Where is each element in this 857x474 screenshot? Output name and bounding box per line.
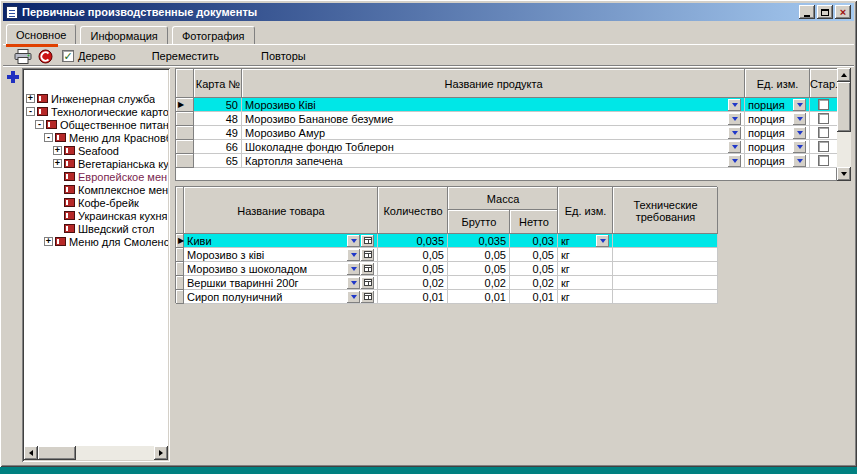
dropdown-button[interactable]: [347, 263, 360, 275]
tree-toggle[interactable]: ✓ Дерево: [62, 50, 116, 62]
product-cell[interactable]: Шоколадне фондю Тоблерон: [242, 140, 745, 154]
net-cell[interactable]: 0,05: [510, 248, 558, 262]
dropdown-button[interactable]: [793, 99, 806, 111]
repeats-button[interactable]: Повторы: [255, 48, 312, 64]
collapse-icon[interactable]: -: [44, 133, 53, 142]
tech-requirements-cell[interactable]: [613, 248, 718, 262]
add-button[interactable]: [6, 70, 20, 84]
tree-horizontal-scrollbar[interactable]: [24, 446, 168, 460]
lookup-button[interactable]: [361, 249, 374, 261]
dropdown-button[interactable]: [793, 141, 806, 153]
tree-item[interactable]: +Инженерная служба: [24, 92, 168, 105]
collapse-icon[interactable]: -: [26, 107, 35, 116]
tree-item[interactable]: Кофе-брейк: [24, 196, 168, 209]
expand-icon[interactable]: +: [53, 146, 62, 155]
unit-cell[interactable]: порция: [745, 154, 810, 168]
card-number-cell[interactable]: 48: [194, 112, 242, 126]
dropdown-button[interactable]: [793, 127, 806, 139]
print-button[interactable]: [12, 48, 34, 65]
old-cell[interactable]: [810, 112, 838, 126]
tree-item[interactable]: Комплексное мен: [24, 183, 168, 196]
tree-item[interactable]: +Меню для Смоленск: [24, 235, 168, 248]
lookup-button[interactable]: [361, 263, 374, 275]
net-cell[interactable]: 0,01: [510, 290, 558, 304]
scroll-track[interactable]: [76, 446, 154, 460]
move-button[interactable]: Переместить: [146, 48, 225, 64]
minimize-button[interactable]: [799, 5, 815, 19]
lookup-button[interactable]: [361, 235, 374, 247]
old-checkbox[interactable]: [818, 99, 829, 110]
table-row[interactable]: 49Морозиво Амурпорция: [176, 126, 836, 140]
collapse-icon[interactable]: -: [35, 120, 44, 129]
quantity-cell[interactable]: 0,05: [378, 262, 448, 276]
old-checkbox[interactable]: [818, 155, 829, 166]
item-name-cell[interactable]: Сироп полуничний: [184, 290, 378, 304]
table-row[interactable]: ▶Киви0,0350,0350,03кг: [176, 234, 716, 248]
item-name-cell[interactable]: Вершки тваринні 200г: [184, 276, 378, 290]
card-number-cell[interactable]: 50: [194, 98, 242, 112]
tree-item[interactable]: -Общественное питание: [24, 118, 168, 131]
expand-icon[interactable]: +: [26, 94, 35, 103]
gross-cell[interactable]: 0,05: [448, 248, 510, 262]
old-cell[interactable]: [810, 126, 838, 140]
tree-item[interactable]: +Seafood: [24, 144, 168, 157]
quantity-cell[interactable]: 0,035: [378, 234, 448, 248]
lookup-button[interactable]: [361, 277, 374, 289]
product-cell[interactable]: Морозиво Ківі: [242, 98, 745, 112]
card-number-cell[interactable]: 49: [194, 126, 242, 140]
lookup-button[interactable]: [361, 291, 374, 303]
table-row[interactable]: Морозиво з ківі0,050,050,05кг: [176, 248, 716, 262]
tech-requirements-cell[interactable]: [613, 234, 718, 248]
unit-cell[interactable]: порция: [745, 140, 810, 154]
unit-cell[interactable]: кг: [558, 248, 613, 262]
maximize-button[interactable]: [817, 5, 833, 19]
expand-icon[interactable]: +: [44, 237, 53, 246]
tree-item[interactable]: Европейское мен: [24, 170, 168, 183]
old-cell[interactable]: [810, 98, 838, 112]
item-name-cell[interactable]: Морозиво з шоколадом: [184, 262, 378, 276]
product-cell[interactable]: Морозиво Бананове безумие: [242, 112, 745, 126]
dropdown-button[interactable]: [728, 99, 741, 111]
item-name-cell[interactable]: Морозиво з ківі: [184, 248, 378, 262]
tree-item[interactable]: +Вегетаріанська ку: [24, 157, 168, 170]
gross-cell[interactable]: 0,05: [448, 262, 510, 276]
tree-item[interactable]: Шведский стол: [24, 222, 168, 235]
products-vertical-scrollbar[interactable]: [837, 68, 851, 181]
dropdown-button[interactable]: [728, 113, 741, 125]
old-checkbox[interactable]: [818, 113, 829, 124]
close-button[interactable]: ×: [835, 5, 851, 19]
refresh-button[interactable]: [34, 48, 56, 65]
table-row[interactable]: 66Шоколадне фондю Тоблеронпорция: [176, 140, 836, 154]
tree-item[interactable]: -Технологические карточки: [24, 105, 168, 118]
net-cell[interactable]: 0,02: [510, 276, 558, 290]
dropdown-button[interactable]: [347, 235, 360, 247]
unit-cell[interactable]: порция: [745, 126, 810, 140]
net-cell[interactable]: 0,05: [510, 262, 558, 276]
tab-main[interactable]: Основное: [6, 24, 76, 44]
card-number-cell[interactable]: 66: [194, 140, 242, 154]
scroll-thumb[interactable]: [837, 82, 851, 132]
tech-requirements-cell[interactable]: [613, 262, 718, 276]
quantity-cell[interactable]: 0,05: [378, 248, 448, 262]
dropdown-button[interactable]: [793, 113, 806, 125]
dropdown-button[interactable]: [347, 249, 360, 261]
dropdown-button[interactable]: [596, 235, 609, 247]
dropdown-button[interactable]: [347, 277, 360, 289]
scroll-up-button[interactable]: [837, 68, 851, 82]
tab-information[interactable]: Информация: [80, 26, 167, 44]
unit-cell[interactable]: кг: [558, 234, 613, 248]
table-row[interactable]: Вершки тваринні 200г0,020,020,02кг: [176, 276, 716, 290]
quantity-cell[interactable]: 0,01: [378, 290, 448, 304]
dropdown-button[interactable]: [347, 291, 360, 303]
table-row[interactable]: 65Картопля запеченапорция: [176, 154, 836, 168]
scroll-right-button[interactable]: [154, 446, 168, 460]
gross-cell[interactable]: 0,02: [448, 276, 510, 290]
expand-icon[interactable]: +: [53, 159, 62, 168]
quantity-cell[interactable]: 0,02: [378, 276, 448, 290]
scroll-down-button[interactable]: [837, 167, 851, 181]
table-row[interactable]: Сироп полуничний0,010,010,01кг: [176, 290, 716, 304]
unit-cell[interactable]: кг: [558, 290, 613, 304]
unit-cell[interactable]: порция: [745, 112, 810, 126]
scroll-thumb[interactable]: [38, 446, 76, 460]
unit-cell[interactable]: порция: [745, 98, 810, 112]
